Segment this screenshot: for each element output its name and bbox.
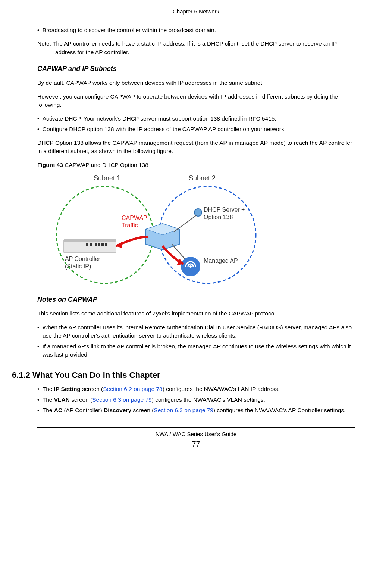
footer-guide-title: NWA / WAC Series User's Guide [37, 430, 355, 438]
label-ap-controller-2: (Static IP) [65, 263, 91, 270]
cross-ref-link[interactable]: Section 6.3 on page 79 [92, 396, 151, 403]
paragraph: By default, CAPWAP works only between de… [37, 79, 355, 87]
bold-text: IP Setting [54, 386, 81, 392]
bullet-item: Broadcasting to discover the controller … [37, 26, 355, 34]
svg-line-15 [174, 215, 196, 232]
bold-text: VLAN [54, 396, 70, 403]
page-number: 77 [37, 439, 355, 450]
bold-text: Discovery [104, 407, 131, 413]
note-block: Note: The AP controller needs to have a … [37, 40, 355, 56]
text: ) configures the NWA/WAC's AP Controller… [213, 407, 346, 413]
cross-ref-link[interactable]: Section 6.3 on page 79 [154, 407, 213, 413]
text: The [43, 407, 54, 413]
paragraph: DHCP Option 138 allows the CAPWAP manage… [37, 139, 355, 156]
svg-rect-7 [64, 239, 116, 242]
text: The [43, 386, 54, 392]
figure-image: Subnet 1 Subnet 2 [51, 171, 355, 287]
bullet-item: When the AP controller uses its internal… [37, 323, 355, 340]
svg-rect-6 [64, 240, 116, 252]
label-subnet2: Subnet 2 [189, 174, 216, 182]
svg-rect-11 [98, 243, 100, 246]
figure-number: Figure 43 [37, 162, 63, 168]
bullet-item: The IP Setting screen (Section 6.2 on pa… [37, 385, 355, 393]
section-heading-6-1-2: 6.1.2 What You Can Do in this Chapter [12, 369, 355, 381]
dhcp-server-icon [194, 209, 202, 216]
bullet-list-cando: The IP Setting screen (Section 6.2 on pa… [37, 385, 355, 414]
ap-controller-icon [64, 239, 116, 252]
label-dhcp-2: Option 138 [204, 214, 233, 220]
label-dhcp-1: DHCP Server + [204, 206, 245, 213]
section-number: 6.1.2 [12, 370, 30, 380]
section-title: What You Can Do in this Chapter [30, 370, 160, 380]
paragraph: However, you can configure CAPWAP to ope… [37, 93, 355, 109]
bullet-item: The VLAN screen (Section 6.3 on page 79)… [37, 396, 355, 404]
text: screen ( [131, 407, 154, 413]
figure-caption: Figure 43 CAPWAP and DHCP Option 138 [37, 161, 355, 169]
managed-ap-icon [181, 257, 200, 276]
label-traffic: Traffic [122, 222, 138, 228]
bullet-list-top: Broadcasting to discover the controller … [37, 26, 355, 34]
svg-rect-8 [86, 243, 88, 246]
text: screen ( [81, 386, 103, 392]
paragraph: This section lists some additional featu… [37, 310, 355, 318]
svg-rect-12 [101, 243, 104, 246]
cross-ref-link[interactable]: Section 6.2 on page 78 [103, 386, 162, 392]
subheading-capwap-subnets: CAPWAP and IP Subnets [37, 64, 355, 74]
bullet-item: Activate DHCP. Your network's DHCP serve… [37, 115, 355, 123]
text: (AP Controller) [62, 407, 104, 413]
text: ) configures the NWA/WAC's VLAN settings… [152, 396, 265, 403]
svg-point-17 [189, 265, 192, 268]
subheading-notes-capwap: Notes on CAPWAP [37, 295, 355, 304]
label-subnet1: Subnet 1 [94, 174, 120, 182]
router-icon [146, 224, 179, 250]
svg-point-14 [194, 209, 202, 216]
bullet-item: Configure DHCP option 138 with the IP ad… [37, 125, 355, 133]
text: ) configures the NWA/WAC's LAN IP addres… [163, 386, 280, 392]
bullet-list-mid: Activate DHCP. Your network's DHCP serve… [37, 115, 355, 134]
bullet-list-notes: When the AP controller uses its internal… [37, 323, 355, 359]
label-managed-ap: Managed AP [204, 258, 238, 264]
running-header: Chapter 6 Network [37, 7, 355, 16]
bullet-item: If a managed AP's link to the AP control… [37, 342, 355, 359]
figure-title: CAPWAP and DHCP Option 138 [63, 162, 148, 168]
page-footer: NWA / WAC Series User's Guide 77 [37, 427, 355, 450]
svg-rect-13 [105, 243, 107, 246]
bold-text: AC [54, 407, 62, 413]
bullet-item: The AC (AP Controller) Discovery screen … [37, 406, 355, 414]
label-capwap: CAPWAP [122, 215, 147, 221]
label-ap-controller-1: AP Controller [65, 256, 101, 262]
svg-rect-10 [95, 243, 97, 246]
text: screen ( [70, 396, 92, 403]
svg-rect-9 [90, 243, 92, 246]
text: The [43, 396, 54, 403]
